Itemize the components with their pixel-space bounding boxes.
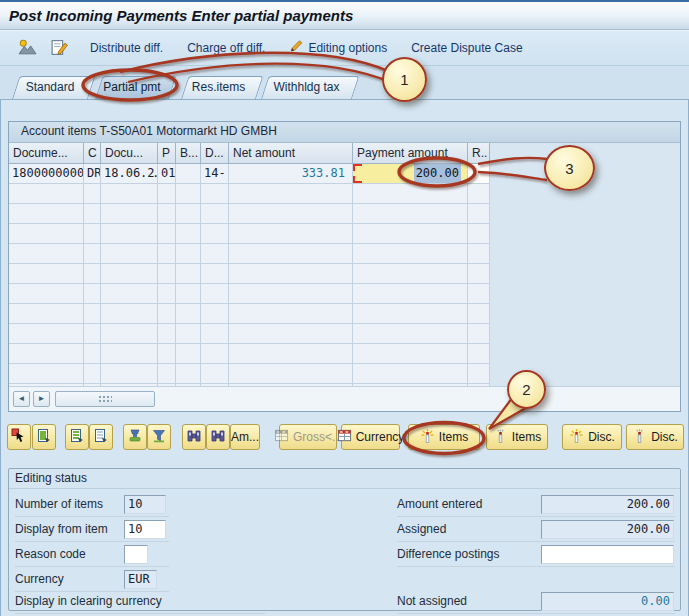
reason-code-row: Reason code xyxy=(15,545,169,567)
charge-off-diff-button[interactable]: Charge off diff. xyxy=(187,41,265,55)
amount-entered-row: Amount entered 200.00 xyxy=(397,495,675,517)
create-dispute-case-button[interactable]: Create Dispute Case xyxy=(411,41,522,55)
deactivate-discount-button[interactable]: Disc. xyxy=(626,424,684,450)
find-next-button[interactable] xyxy=(206,424,230,450)
column-header-r[interactable]: R.. xyxy=(468,143,490,164)
callout-badge-2: 2 xyxy=(507,370,546,409)
table-row-empty[interactable] xyxy=(9,284,490,304)
tab-partial-pmt[interactable]: Partial pmt xyxy=(95,76,169,99)
currency-button[interactable]: Currency xyxy=(341,424,400,450)
column-header-d[interactable]: D... xyxy=(201,143,229,164)
table-row-empty[interactable] xyxy=(9,304,490,324)
tab-withhldg-tax[interactable]: Withhldg tax xyxy=(261,76,352,99)
activate-items-button[interactable]: Items xyxy=(408,424,480,450)
tab-strip: Standard Partial pmt Res.items Withhldg … xyxy=(0,65,689,99)
cell-p[interactable]: 01 xyxy=(158,164,176,184)
function-button-bar: Am... Gross<... Currency Items Items Dis… xyxy=(0,422,689,452)
currency-table-icon xyxy=(274,428,289,446)
column-header-c[interactable]: C xyxy=(84,143,101,164)
difference-postings-field[interactable] xyxy=(541,545,674,564)
table-empty-rows xyxy=(9,184,680,386)
document-select-block-icon xyxy=(69,428,85,447)
editing-status-title: Editing status xyxy=(9,469,680,489)
table-row[interactable]: 1800000000 DR 18.06.2… 01 14- 333.81 200… xyxy=(9,164,490,184)
reason-code-field[interactable] xyxy=(124,545,148,564)
column-header-payment-amount[interactable]: Payment amount xyxy=(353,143,468,164)
distribute-diff-button[interactable]: Distribute diff. xyxy=(90,41,163,55)
binoculars-icon xyxy=(186,428,202,447)
document-select-all-icon xyxy=(36,428,52,447)
scroll-right-button[interactable]: ► xyxy=(33,391,50,407)
table-row-empty[interactable] xyxy=(9,184,490,204)
activate-discount-label: Disc. xyxy=(588,430,615,444)
find-button[interactable] xyxy=(182,424,206,450)
tab-standard[interactable]: Standard xyxy=(12,76,88,99)
column-header-b[interactable]: B... xyxy=(176,143,201,164)
funnel-icon xyxy=(151,428,167,447)
table-row-empty[interactable] xyxy=(9,204,490,224)
editing-status-group: Editing status Number of items 10 Displa… xyxy=(8,468,681,611)
display-from-item-row: Display from item 10 xyxy=(15,520,169,542)
select-mode-button[interactable] xyxy=(7,424,31,450)
currency-button-label: Currency xyxy=(356,430,405,444)
table-row-empty[interactable] xyxy=(9,324,490,344)
scroll-right-icon: ► xyxy=(38,394,46,403)
column-header-p[interactable]: P xyxy=(158,143,176,164)
display-from-item-field[interactable]: 10 xyxy=(124,520,166,539)
sort-ascending-icon xyxy=(127,428,143,447)
amount-button[interactable]: Am... xyxy=(230,424,260,450)
currency-row: Currency EUR xyxy=(15,570,169,592)
sort-ascending-button[interactable] xyxy=(123,424,147,450)
not-assigned-field: 0.00 xyxy=(541,592,674,611)
deselect-all-button[interactable] xyxy=(89,424,113,450)
number-of-items-row: Number of items 10 xyxy=(15,495,169,517)
cell-d[interactable]: 14- xyxy=(201,164,229,184)
clearing-currency-row: Display in clearing currency xyxy=(15,592,265,614)
cell-net-amount[interactable]: 333.81 xyxy=(229,164,353,184)
difference-postings-label: Difference postings xyxy=(397,547,500,561)
column-header-docu[interactable]: Docu... xyxy=(101,143,158,164)
table-row-empty[interactable] xyxy=(9,364,490,384)
number-of-items-label: Number of items xyxy=(15,497,103,511)
cell-b[interactable] xyxy=(176,164,201,184)
payment-amount-cell[interactable]: 200.00 xyxy=(353,164,468,184)
scrollbar-thumb[interactable] xyxy=(55,391,155,407)
deactivate-discount-label: Disc. xyxy=(651,430,678,444)
cursor-select-icon xyxy=(11,428,27,447)
table-row-empty[interactable] xyxy=(9,264,490,284)
table-row-empty[interactable] xyxy=(9,344,490,364)
cell-document-number[interactable]: 1800000000 xyxy=(9,164,84,184)
difference-postings-row: Difference postings xyxy=(397,545,675,567)
editing-options-label: Editing options xyxy=(308,41,387,55)
callout-badge-1: 1 xyxy=(382,57,427,102)
torch-off-icon xyxy=(632,428,647,447)
editing-options-button[interactable]: Editing options xyxy=(289,39,387,56)
table-row-empty[interactable] xyxy=(9,244,490,264)
cell-document-date[interactable]: 18.06.2… xyxy=(101,164,158,184)
horizontal-scrollbar[interactable]: ◄ ► xyxy=(9,386,680,411)
column-header-document[interactable]: Docume... xyxy=(9,143,84,164)
amount-entered-label: Amount entered xyxy=(397,497,482,511)
deactivate-items-label: Items xyxy=(512,430,541,444)
display-from-item-label: Display from item xyxy=(15,522,108,536)
table-header-row: Docume... C Docu... P B... D... Net amou… xyxy=(9,143,490,164)
activate-items-label: Items xyxy=(439,430,468,444)
tab-res-items[interactable]: Res.items xyxy=(181,76,256,99)
scroll-left-button[interactable]: ◄ xyxy=(13,391,30,407)
cell-document-type[interactable]: DR xyxy=(84,164,101,184)
number-of-items-field: 10 xyxy=(124,495,166,514)
currency-label: Currency xyxy=(15,572,64,586)
table-row-empty[interactable] xyxy=(9,224,490,244)
payment-amount-value[interactable]: 200.00 xyxy=(414,164,461,183)
cell-r[interactable] xyxy=(468,164,490,184)
deactivate-items-button[interactable]: Items xyxy=(486,424,548,450)
mountain-sun-icon[interactable] xyxy=(16,39,38,57)
scroll-left-icon: ◄ xyxy=(18,394,26,403)
activate-discount-button[interactable]: Disc. xyxy=(562,424,622,450)
select-all-button[interactable] xyxy=(32,424,56,450)
select-block-button[interactable] xyxy=(65,424,89,450)
column-header-net-amount[interactable]: Net amount xyxy=(229,143,353,164)
edit-document-icon[interactable] xyxy=(48,39,70,57)
amount-entered-field: 200.00 xyxy=(541,495,674,514)
sort-descending-button[interactable] xyxy=(147,424,171,450)
